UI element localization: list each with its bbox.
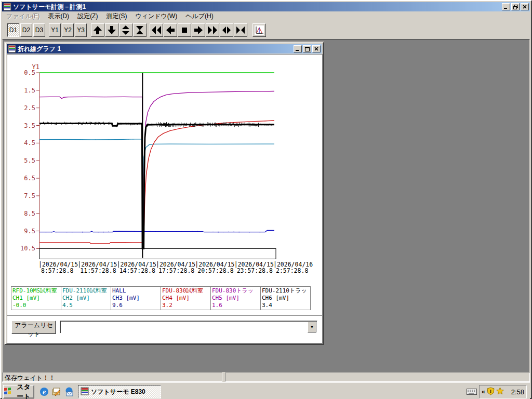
status-empty-panel (225, 373, 530, 382)
task-app-icon (81, 387, 89, 397)
right-arrow-icon[interactable] (192, 23, 205, 37)
toolbar-y2-button[interactable]: Y2 (62, 23, 74, 37)
status-text: 保存ウェイト！！ (5, 374, 55, 381)
y-tick-label: 3.5 (24, 122, 35, 129)
y-tick-label: 4.5 (24, 139, 35, 147)
series-CH6 (39, 124, 274, 249)
task-label: ソフトサーモ E830 (91, 388, 145, 396)
menu-view[interactable]: 表示(D) (44, 11, 73, 21)
toolbar-y1-button[interactable]: Y1 (49, 23, 61, 37)
legend-cell-ch6: FDU-2110トラッ CH6 [mV] 3.4 (260, 286, 311, 310)
x-tick-time: 14:57:28.8 (119, 267, 155, 274)
graph-window-icon (8, 45, 16, 53)
taskbar-clock: 2:58 (511, 388, 524, 396)
legend-cell-ch5: FDU-830トラッ CH5 [mV] 1.6 (210, 286, 261, 310)
graph-maximize-button[interactable] (303, 45, 311, 52)
menu-help[interactable]: ヘルプ(H) (181, 11, 218, 21)
menu-settings[interactable]: 設定(Z) (73, 11, 102, 21)
taskbar: スタート e ソフトサーモ E830 « ! 2:58 (2, 382, 530, 399)
windows-logo-icon (4, 388, 12, 396)
legend-value: 3.2 (162, 302, 209, 309)
graph-close-button[interactable] (312, 45, 321, 52)
fast-forward-icon[interactable] (206, 23, 219, 37)
legend-channel: CH5 [mV] (212, 295, 259, 302)
y-tick-label: 8.5 (24, 210, 35, 217)
down-arrow-icon[interactable] (105, 23, 118, 37)
plot-area: Y10.51.52.53.54.55.56.57.58.59.510.5|202… (7, 55, 323, 286)
legend-channel: CH6 [mV] (262, 295, 309, 302)
graph-window-titlebar[interactable]: 折れ線グラフ 1 (7, 44, 322, 54)
expand-horizontal-icon[interactable] (220, 23, 233, 37)
legend-value: 1.6 (212, 302, 259, 309)
legend-channel: CH2 [mV] (62, 295, 110, 302)
star-icon[interactable] (496, 387, 504, 396)
chevron-down-icon[interactable]: ▼ (308, 322, 316, 332)
graph-minimize-button[interactable] (294, 45, 302, 52)
stop-icon[interactable] (178, 23, 191, 37)
start-button[interactable]: スタート (3, 385, 34, 398)
close-button[interactable] (521, 3, 529, 10)
svg-text:!: ! (490, 389, 491, 394)
x-tick-time: 23:57:28.8 (237, 267, 273, 274)
show-desktop-icon[interactable] (51, 386, 62, 397)
toolbar-d3-button[interactable]: D3 (33, 23, 45, 37)
y-tick-label: 1.5 (24, 87, 35, 94)
legend-device: RFD-10MS試料室 (12, 287, 60, 295)
minimize-button[interactable] (502, 3, 510, 10)
toolbar: D1 D2 D3 Y1 Y2 Y3 (2, 21, 530, 39)
compress-vertical-icon[interactable] (133, 23, 147, 37)
legend-cell-ch1: RFD-10MS試料室 CH1 [mV] -0.0 (11, 286, 61, 310)
restore-button[interactable] (511, 3, 520, 10)
menu-bar: ファイル(F) 表示(D) 設定(Z) 測定(S) ウィンドウ(W) ヘルプ(H… (2, 11, 530, 21)
menu-window[interactable]: ウィンドウ(W) (131, 11, 181, 21)
security-shield-icon[interactable]: ! (487, 387, 495, 397)
internet-explorer-icon[interactable]: e (38, 386, 50, 397)
expand-vertical-icon[interactable] (119, 23, 132, 37)
menu-file[interactable]: ファイル(F) (2, 11, 44, 21)
x-tick-time: 11:57:28.8 (80, 267, 116, 274)
legend-device: FDU-2110試料室 (62, 287, 110, 295)
graph-window: 折れ線グラフ 1 Y10.51.52.53.54.55.56.57.58.59.… (4, 42, 324, 345)
start-label: スタート (14, 382, 34, 399)
series-CH2 (39, 139, 274, 246)
tray-chevron[interactable]: « (482, 388, 485, 395)
chart-icon[interactable] (252, 23, 266, 37)
system-tray: « ! 2:58 (479, 385, 527, 398)
up-arrow-icon[interactable] (91, 23, 104, 37)
compress-horizontal-icon[interactable] (234, 23, 247, 37)
legend-value: -0.0 (12, 302, 60, 309)
y-tick-label: 6.5 (24, 175, 35, 182)
legend-value: 4.5 (62, 302, 110, 309)
series-CH5 (39, 91, 274, 247)
toolbar-d1-button[interactable]: D1 (7, 23, 19, 37)
legend-channel: CH1 [mV] (12, 295, 60, 302)
alarm-combobox-value[interactable] (61, 322, 307, 332)
toolbar-d2-button[interactable]: D2 (20, 23, 32, 37)
x-tick-time: 17:57:28.8 (158, 267, 194, 274)
rewind-icon[interactable] (150, 23, 163, 37)
left-arrow-icon[interactable] (164, 23, 177, 37)
y-tick-label: 7.5 (24, 192, 35, 200)
graph-client: Y10.51.52.53.54.55.56.57.58.59.510.5|202… (7, 54, 323, 343)
app-title: ソフトサーモ計測－計測1 (13, 3, 86, 11)
x-tick-time: 2:57:28.8 (276, 267, 308, 274)
keyboard-icon[interactable] (467, 387, 477, 396)
app-titlebar: ソフトサーモ計測－計測1 (2, 2, 530, 11)
y-tick-label: 9.5 (24, 228, 35, 235)
x-tick-time: 8:57:28.8 (41, 267, 73, 274)
legend-value: 3.4 (262, 302, 309, 309)
toolbar-y3-button[interactable]: Y3 (75, 23, 87, 37)
legend-cell-ch3: HALL CH3 [mV] 9.6 (111, 286, 161, 310)
alarm-reset-button[interactable]: アラームリセット (11, 321, 56, 334)
svg-text:e: e (43, 388, 46, 396)
status-bar: 保存ウェイト！！ (2, 372, 530, 382)
legend-device: HALL (112, 287, 159, 295)
outlook-express-icon[interactable] (63, 386, 75, 397)
graph-window-title: 折れ線グラフ 1 (18, 45, 61, 54)
mdi-area: 折れ線グラフ 1 Y10.51.52.53.54.55.56.57.58.59.… (3, 39, 529, 372)
taskbar-task-softthermo[interactable]: ソフトサーモ E830 (78, 385, 161, 398)
legend-device: FDU-2110トラッ (262, 287, 309, 295)
menu-measure[interactable]: 測定(S) (102, 11, 131, 21)
alarm-combobox[interactable]: ▼ (60, 321, 317, 334)
status-message-panel: 保存ウェイト！！ (2, 373, 222, 382)
